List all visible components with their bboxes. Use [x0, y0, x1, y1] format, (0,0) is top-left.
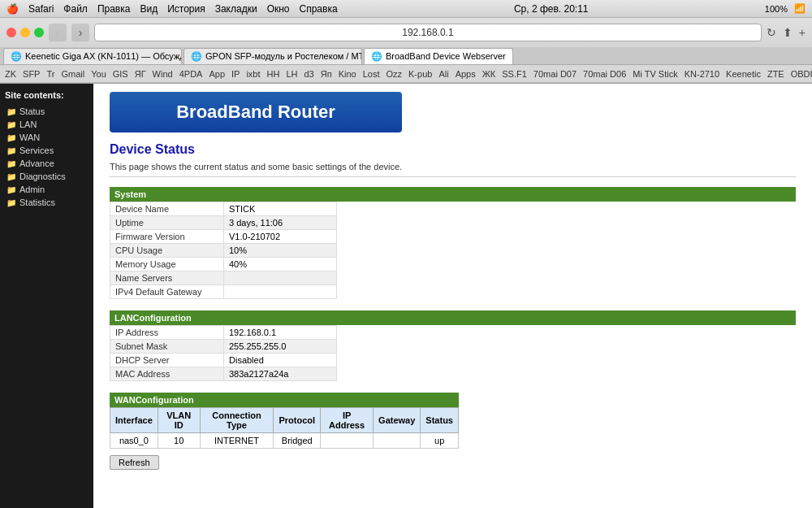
wan-ipaddress-value	[321, 433, 374, 449]
system-ipv4gw-label: IPv4 Default Gateway	[110, 285, 224, 299]
bm-lh[interactable]: LH	[286, 69, 297, 79]
tab-3[interactable]: 🌐 BroadBand Device Webserver	[364, 48, 513, 64]
menu-history[interactable]: История	[167, 3, 205, 15]
wan-section: WANConfiguration Interface VLAN ID Conne…	[110, 393, 796, 470]
sidebar-label-wan: WAN	[19, 132, 40, 142]
bm-4pda[interactable]: 4PDA	[179, 69, 203, 79]
system-cpu-label: CPU Usage	[110, 244, 224, 258]
bm-app[interactable]: App	[209, 69, 225, 79]
tab-3-label: BroadBand Device Webserver	[386, 51, 506, 61]
maximize-button[interactable]	[34, 28, 44, 37]
bm-kn2710[interactable]: KN-2710	[685, 69, 719, 79]
bm-ozz[interactable]: Ozz	[386, 69, 402, 79]
menu-help[interactable]: Справка	[300, 3, 338, 15]
sidebar-label-diagnostics: Diagnostics	[19, 172, 66, 181]
bm-obdii[interactable]: OBDII	[791, 69, 812, 79]
system-device-name-label: Device Name	[110, 202, 224, 216]
wan-col-status: Status	[421, 408, 459, 433]
bm-hh[interactable]: HH	[267, 69, 280, 79]
wan-protocol-value: Bridged	[274, 433, 321, 449]
menu-bookmarks[interactable]: Закладки	[215, 3, 257, 15]
bm-yag[interactable]: ЯГ	[135, 69, 146, 79]
bm-sfp[interactable]: SFP	[23, 69, 40, 79]
table-row: Firmware Version V1.0-210702	[110, 230, 337, 244]
bm-gis[interactable]: GIS	[113, 69, 128, 79]
tab-1-icon: 🌐	[11, 51, 22, 62]
menu-edit[interactable]: Правка	[97, 3, 131, 15]
sidebar-item-statistics[interactable]: 📁 Statistics	[3, 196, 90, 209]
sidebar-item-lan[interactable]: 📁 LAN	[3, 118, 90, 131]
system-firmware-value: V1.0-210702	[224, 230, 337, 244]
close-button[interactable]	[6, 28, 16, 37]
mac-menubar: 🍎 Safari Файл Правка Вид История Закладк…	[0, 0, 812, 18]
sidebar-item-diagnostics[interactable]: 📁 Diagnostics	[3, 170, 90, 183]
menu-view[interactable]: Вид	[140, 3, 158, 15]
new-tab-icon[interactable]: +	[799, 26, 806, 39]
sidebar-item-services[interactable]: 📁 Services	[3, 144, 90, 157]
bm-wind[interactable]: Wind	[153, 69, 173, 79]
bm-keenetic[interactable]: Keenetic	[726, 69, 761, 79]
folder-icon-statistics: 📁	[6, 198, 16, 207]
bm-d3[interactable]: d3	[304, 69, 313, 79]
address-bar[interactable]: 192.168.0.1	[94, 24, 762, 41]
browser-chrome: ‹ › 192.168.0.1 ↻ ⬆ + 🌐 Keenetic Giga AX…	[0, 18, 812, 84]
page-title: Device Status	[110, 142, 796, 157]
bm-ali[interactable]: Ali	[438, 69, 448, 79]
sidebar-item-admin[interactable]: 📁 Admin	[3, 183, 90, 196]
bm-ssf1[interactable]: SS.F1	[502, 69, 527, 79]
system-nameservers-value	[224, 271, 337, 285]
reload-icon[interactable]: ↻	[767, 26, 776, 39]
share-icon[interactable]: ⬆	[783, 26, 793, 39]
menu-window[interactable]: Окно	[267, 3, 290, 15]
sidebar-item-wan[interactable]: 📁 WAN	[3, 131, 90, 144]
bm-zte[interactable]: ZTE	[767, 69, 784, 79]
back-button[interactable]: ‹	[49, 24, 67, 41]
tab-2-label: GPON SFP-модуль и Ростелеком / МТС - Стр…	[205, 51, 362, 61]
system-section-header: System	[110, 187, 796, 202]
sidebar-label-statistics: Statistics	[19, 198, 55, 207]
bm-yap[interactable]: Яп	[321, 69, 332, 79]
lan-dhcp-label: DHCP Server	[110, 354, 224, 367]
wan-col-interface: Interface	[110, 408, 158, 433]
bm-ip[interactable]: IP	[231, 69, 240, 79]
menu-safari[interactable]: Safari	[28, 3, 54, 15]
system-nameservers-label: Name Servers	[110, 271, 224, 285]
bm-70maid07[interactable]: 70mai D07	[533, 69, 577, 79]
bm-kino[interactable]: Kino	[339, 69, 356, 79]
refresh-button[interactable]: Refresh	[110, 455, 159, 470]
sidebar-item-status[interactable]: 📁 Status	[3, 105, 90, 118]
main-content: BroadBand Router Device Status This page…	[93, 84, 812, 508]
sidebar-title: Site contents:	[3, 90, 90, 100]
bm-lost[interactable]: Lost	[363, 69, 380, 79]
menu-file[interactable]: Файл	[63, 3, 88, 15]
bm-zhk[interactable]: ЖК	[482, 69, 496, 79]
system-memory-label: Memory Usage	[110, 258, 224, 271]
lan-mac-value: 383a2127a24a	[224, 367, 337, 381]
forward-button[interactable]: ›	[71, 24, 89, 41]
table-row: MAC Address 383a2127a24a	[110, 367, 337, 381]
bm-mitvstick[interactable]: Mi TV Stick	[633, 69, 677, 79]
bm-gmail[interactable]: Gmail	[61, 69, 84, 79]
bm-70maid06[interactable]: 70mai D06	[583, 69, 626, 79]
tab-1[interactable]: 🌐 Keenetic Giga AX (KN-1011) — Обсуждени…	[3, 48, 182, 64]
bm-tr[interactable]: Tr	[46, 69, 54, 79]
bm-apps[interactable]: Apps	[456, 69, 476, 79]
system-section: System Device Name STICK Uptime 3 days, …	[110, 187, 796, 299]
tab-1-label: Keenetic Giga AX (KN-1011) — Обсуждение …	[25, 51, 182, 61]
wan-table-header-row: Interface VLAN ID Connection Type Protoc…	[110, 408, 459, 433]
tab-2[interactable]: 🌐 GPON SFP-модуль и Ростелеком / МТС - С…	[184, 48, 362, 64]
system-uptime-value: 3 days, 11:06	[224, 216, 337, 230]
apple-menu[interactable]: 🍎	[6, 3, 19, 15]
lan-section-header: LANConfiguration	[110, 310, 796, 325]
folder-icon-advance: 📁	[6, 159, 16, 168]
table-row: Subnet Mask 255.255.255.0	[110, 340, 337, 354]
minimize-button[interactable]	[20, 28, 30, 37]
bm-zk[interactable]: ZK	[5, 69, 16, 79]
traffic-lights	[6, 28, 44, 37]
sidebar-item-advance[interactable]: 📁 Advance	[3, 157, 90, 170]
table-row: Memory Usage 40%	[110, 258, 337, 271]
bm-you[interactable]: You	[91, 69, 106, 79]
bm-kpub[interactable]: K-pub	[408, 69, 432, 79]
bm-ixbt[interactable]: ixbt	[246, 69, 260, 79]
folder-icon-wan: 📁	[6, 133, 16, 142]
